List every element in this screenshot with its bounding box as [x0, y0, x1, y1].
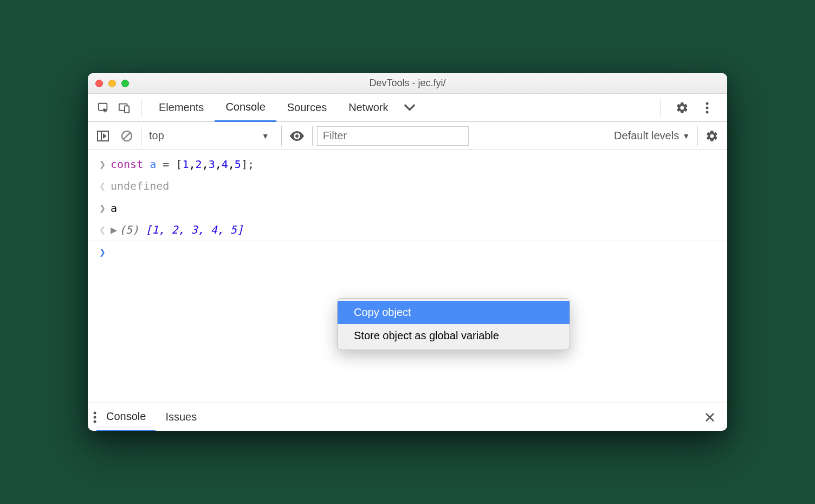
- live-expression-icon[interactable]: [289, 126, 305, 146]
- tab-network[interactable]: Network: [338, 94, 399, 122]
- window-controls: [95, 80, 129, 87]
- input-chevron-icon: ❯: [94, 157, 111, 172]
- console-input-row: ❯ a: [88, 197, 727, 219]
- prompt-chevron-icon: ❯: [94, 244, 111, 260]
- drawer-tab-console[interactable]: Console: [96, 403, 156, 431]
- console-code: a: [111, 201, 721, 216]
- svg-rect-2: [125, 106, 129, 113]
- svg-point-10: [94, 420, 96, 423]
- menu-copy-object[interactable]: Copy object: [338, 301, 570, 324]
- console-prompt-row[interactable]: ❯: [88, 241, 727, 263]
- drawer-close-icon[interactable]: [698, 412, 722, 423]
- window-title: DevTools - jec.fyi/: [88, 77, 727, 89]
- drawer-tabstrip: Console Issues: [88, 403, 727, 431]
- drawer-tab-issues[interactable]: Issues: [156, 403, 206, 431]
- context-label: top: [149, 130, 164, 142]
- console-output-row: ❮ undefined: [88, 175, 727, 197]
- expand-arrow-icon[interactable]: ▶: [111, 223, 117, 236]
- settings-icon[interactable]: [672, 98, 693, 118]
- titlebar: DevTools - jec.fyi/: [88, 73, 727, 94]
- console-code: const a = [1,2,3,4,5];: [111, 157, 721, 172]
- filter-input[interactable]: [317, 126, 469, 146]
- console-toolbar: top ▼ Default levels ▼: [88, 122, 727, 150]
- console-body[interactable]: ❯ const a = [1,2,3,4,5]; ❮ undefined ❯ a…: [88, 150, 727, 403]
- input-chevron-icon: ❯: [94, 201, 111, 216]
- device-toolbar-icon[interactable]: [114, 98, 134, 118]
- console-output: undefined: [111, 178, 721, 193]
- svg-point-4: [706, 106, 709, 109]
- tab-console[interactable]: Console: [215, 94, 276, 122]
- tab-elements[interactable]: Elements: [148, 94, 215, 122]
- levels-label: Default levels: [614, 130, 679, 142]
- svg-point-9: [94, 416, 96, 418]
- maximize-window-button[interactable]: [121, 80, 129, 87]
- kebab-menu-icon[interactable]: [697, 98, 717, 118]
- devtools-window: DevTools - jec.fyi/ Elements Console Sou…: [88, 73, 727, 431]
- divider: [661, 100, 661, 116]
- console-output[interactable]: ▶(5) [1, 2, 3, 4, 5]: [111, 222, 721, 237]
- execution-context-select[interactable]: top ▼: [141, 126, 277, 146]
- console-input-row: ❯ const a = [1,2,3,4,5];: [88, 153, 727, 175]
- log-levels-select[interactable]: Default levels ▼: [606, 126, 698, 146]
- svg-point-3: [706, 102, 709, 105]
- more-tabs-icon[interactable]: [399, 98, 420, 118]
- context-menu: Copy object Store object as global varia…: [337, 298, 570, 350]
- output-chevron-icon: ❮: [94, 178, 111, 193]
- tab-sources[interactable]: Sources: [276, 94, 338, 122]
- output-chevron-icon: ❮: [94, 222, 111, 237]
- dropdown-icon: ▼: [682, 132, 690, 140]
- menu-store-global[interactable]: Store object as global variable: [338, 324, 570, 347]
- close-window-button[interactable]: [95, 80, 103, 87]
- svg-point-8: [94, 411, 96, 414]
- svg-point-5: [706, 111, 709, 113]
- minimize-window-button[interactable]: [108, 80, 116, 87]
- console-settings-icon[interactable]: [702, 126, 722, 146]
- inspect-element-icon[interactable]: [93, 98, 114, 118]
- toggle-sidebar-icon[interactable]: [93, 126, 113, 146]
- main-tabstrip: Elements Console Sources Network: [88, 94, 727, 122]
- divider: [141, 100, 141, 116]
- clear-console-icon[interactable]: [117, 126, 137, 146]
- dropdown-icon: ▼: [262, 132, 269, 140]
- console-output-row: ❮ ▶(5) [1, 2, 3, 4, 5]: [88, 219, 727, 241]
